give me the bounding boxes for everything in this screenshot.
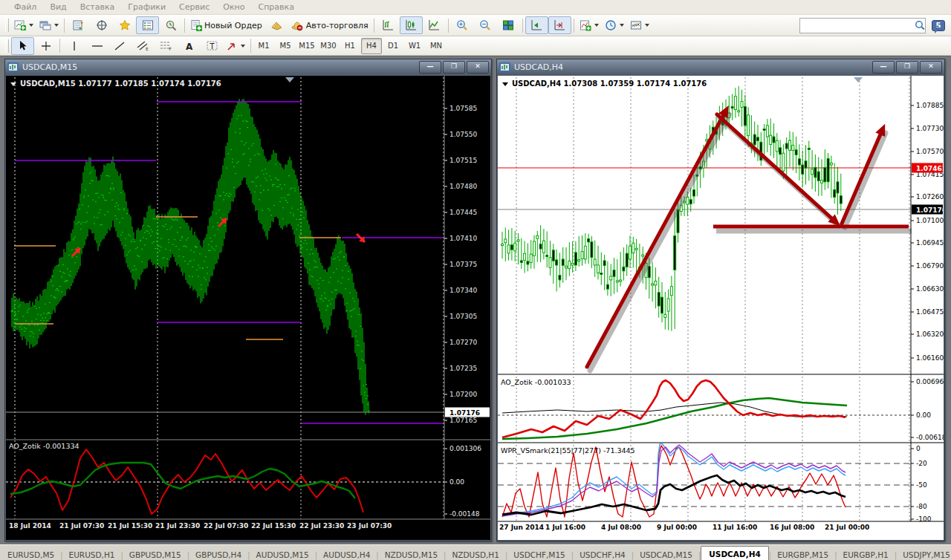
cursor-button[interactable] <box>11 37 34 55</box>
menu-item-6[interactable]: Окно <box>216 1 251 13</box>
horizontal-line-button[interactable] <box>85 37 108 55</box>
bar-chart-button[interactable] <box>377 16 400 34</box>
new-order-button[interactable]: Новый Ордер <box>187 16 265 34</box>
timeframe-button-d1[interactable]: D1 <box>383 38 403 54</box>
star-icon <box>119 19 131 31</box>
maximize-button[interactable]: ❐ <box>896 61 918 74</box>
menu-item-3[interactable]: Вставка <box>74 1 122 13</box>
candlestick-button[interactable] <box>400 16 423 34</box>
window-titlebar[interactable]: USDCAD,M15 — ❐ ✕ <box>5 59 491 75</box>
indicators-button[interactable] <box>577 16 602 34</box>
templates-button[interactable] <box>627 16 652 34</box>
toolbar-grip[interactable] <box>5 19 9 32</box>
candlestick-icon <box>405 19 417 31</box>
strategy-tester-button[interactable] <box>159 16 182 34</box>
chart-tab-eurusd-h1[interactable]: EURUSD,H1 <box>63 547 121 560</box>
auto-scroll-button[interactable] <box>525 16 548 34</box>
window-titlebar[interactable]: USDCAD,H4 — ❐ ✕ <box>497 59 944 75</box>
equidistant-channel-button[interactable]: E <box>132 37 155 55</box>
timeframe-button-h4[interactable]: H4 <box>361 38 382 54</box>
close-button[interactable]: ✕ <box>920 61 942 74</box>
chart-tab-usdcad-h4[interactable]: USDCAD,H4 <box>701 546 768 560</box>
svg-text:1.07235: 1.07235 <box>449 365 477 372</box>
chart-tab-gbpusd-h4[interactable]: GBPUSD,H4 <box>189 547 247 560</box>
line-chart-button[interactable] <box>423 16 446 34</box>
profiles-button[interactable] <box>36 16 62 34</box>
new-chart-icon <box>14 19 26 31</box>
metaeditor-button[interactable] <box>265 16 288 34</box>
search-icon[interactable] <box>914 19 925 31</box>
navigator-button[interactable] <box>113 16 136 34</box>
tile-windows-button[interactable] <box>497 16 520 34</box>
timeframe-button-m30[interactable]: M30 <box>318 38 339 54</box>
new-chart-button[interactable] <box>11 16 36 34</box>
menu-item-1[interactable]: Файл <box>7 1 43 13</box>
chart-tab-audusd-h4[interactable]: AUDUSD,H4 <box>317 547 376 560</box>
maximize-button[interactable]: ❐ <box>443 61 465 74</box>
fibonacci-button[interactable]: F <box>155 37 178 55</box>
data-window-button[interactable] <box>90 16 113 34</box>
chart-tab-audusd-m15[interactable]: AUDUSD,M15 <box>250 547 315 560</box>
chart-tab-eurgbp-h1[interactable]: EURGBP,H1 <box>837 547 895 560</box>
text-button[interactable]: A <box>178 37 201 55</box>
menu-item-5[interactable]: Сервис <box>172 1 216 13</box>
terminal-button[interactable] <box>136 16 159 34</box>
chart-canvas-m15[interactable]: AO_Zotik -0.0013340.0013060.00-0.001481.… <box>6 76 490 540</box>
menu-item-7[interactable]: Справка <box>251 1 300 13</box>
text-icon: A <box>184 41 194 51</box>
chart-tab-usdjpy-m15[interactable]: USDJPY,M15 <box>897 547 951 560</box>
notifications-button[interactable]: 5 <box>929 18 948 33</box>
chart-tab-usdchf-h4[interactable]: USDCHF,H4 <box>574 547 632 560</box>
toolbar-separator <box>574 19 574 33</box>
toolbar-separator <box>522 19 523 33</box>
search-input[interactable] <box>800 21 914 30</box>
notification-badge: 5 <box>932 20 946 31</box>
autotrading-button[interactable]: Авто-торговля <box>288 16 371 34</box>
svg-text:1.06630: 1.06630 <box>916 285 944 293</box>
svg-text:1.07100: 1.07100 <box>916 217 944 224</box>
vertical-line-button[interactable] <box>62 37 85 55</box>
trendline-button[interactable] <box>108 37 132 55</box>
tester-icon <box>165 19 177 31</box>
chart-canvas-h4[interactable]: AO_Zotik -0.0010330.0069620.00-0.00618WP… <box>498 76 944 540</box>
zoom-in-button[interactable] <box>451 16 474 34</box>
market-watch-button[interactable] <box>67 16 90 34</box>
menu-item-4[interactable]: Графики <box>121 1 172 13</box>
timeframe-button-m15[interactable]: M15 <box>296 38 317 54</box>
timeframe-button-w1[interactable]: W1 <box>404 38 425 54</box>
timeframe-button-m1[interactable]: M1 <box>253 38 274 54</box>
timeframe-button-mn[interactable]: MN <box>426 38 447 54</box>
chart-tab-gbpusd-m15[interactable]: GBPUSD,M15 <box>123 547 187 560</box>
text-label-button[interactable]: T <box>201 37 224 55</box>
minimize-button[interactable]: — <box>419 61 441 74</box>
chart-tab-usdcad-m15[interactable]: USDCAD,M15 <box>634 547 698 560</box>
svg-text:1.07305: 1.07305 <box>449 313 477 320</box>
chart-window-usdcad-m15[interactable]: USDCAD,M15 — ❐ ✕ AO_Zotik -0.0013340.001… <box>4 59 492 541</box>
timeframe-button-h1[interactable]: H1 <box>340 38 360 54</box>
close-button[interactable]: ✕ <box>467 61 489 74</box>
timeframe-button-m5[interactable]: M5 <box>275 38 296 54</box>
chart-tab-nzdusd-h1[interactable]: NZDUSD,H1 <box>446 547 504 560</box>
chart-window-usdcad-h4[interactable]: USDCAD,H4 — ❐ ✕ AO_Zotik -0.0010330.0069… <box>496 59 945 541</box>
chevron-down-icon <box>620 24 624 27</box>
svg-text:A: A <box>186 42 193 51</box>
chart-tab-usdchf-m15[interactable]: USDCHF,M15 <box>507 547 571 560</box>
svg-text:-80: -80 <box>916 503 927 510</box>
zoom-out-button[interactable] <box>474 16 497 34</box>
chart-tab-nzdusd-m15[interactable]: NZDUSD,M15 <box>379 547 444 560</box>
chart-shift-button[interactable] <box>548 16 571 34</box>
crosshair-button[interactable] <box>34 37 57 55</box>
minimize-button[interactable]: — <box>872 61 895 74</box>
svg-text:1.07375: 1.07375 <box>449 261 477 268</box>
arrows-button[interactable] <box>224 37 248 55</box>
chevron-down-icon <box>29 24 33 27</box>
chart-tab-eurusd-m5[interactable]: EURUSD,M5 <box>1 547 60 560</box>
chart-tab-eurgbp-m15[interactable]: EURGBP,M15 <box>771 547 834 560</box>
time-axis-label: 21 Jul 07:30 <box>59 522 104 530</box>
time-axis-label: 1 Jul 16:00 <box>545 524 585 531</box>
toolbar-grip[interactable] <box>5 39 9 53</box>
templates-icon <box>630 19 642 31</box>
chart-tab-bar: EURUSD,M5|EURUSD,H1|GBPUSD,M15|GBPUSD,H4… <box>0 544 951 560</box>
menu-item-2[interactable]: Вид <box>43 1 73 13</box>
periods-button[interactable] <box>602 16 627 34</box>
